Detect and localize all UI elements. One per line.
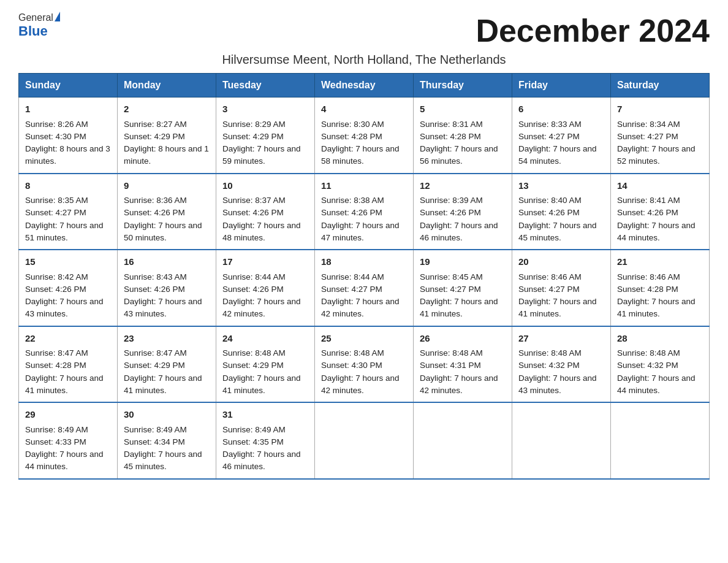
sunrise-text: Sunrise: 8:46 AM [617, 272, 680, 282]
daylight-text: Daylight: 7 hours and 45 minutes. [124, 450, 202, 471]
calendar-cell: 8Sunrise: 8:35 AMSunset: 4:27 PMDaylight… [19, 174, 118, 250]
daylight-text: Daylight: 7 hours and 47 minutes. [321, 221, 400, 242]
month-title: December 2024 [476, 12, 710, 49]
sunset-text: Sunset: 4:26 PM [124, 208, 185, 217]
sunset-text: Sunset: 4:26 PM [124, 285, 185, 294]
calendar-cell: 28Sunrise: 8:48 AMSunset: 4:32 PMDayligh… [611, 326, 710, 403]
sunset-text: Sunset: 4:31 PM [420, 361, 481, 370]
daylight-text: Daylight: 7 hours and 54 minutes. [518, 144, 597, 166]
day-number: 30 [124, 408, 210, 422]
day-number: 26 [420, 332, 506, 346]
daylight-text: Daylight: 7 hours and 48 minutes. [222, 221, 301, 242]
calendar-cell: 22Sunrise: 8:47 AMSunset: 4:28 PMDayligh… [19, 326, 118, 403]
sunset-text: Sunset: 4:29 PM [222, 361, 284, 370]
daylight-text: Daylight: 7 hours and 41 minutes. [124, 373, 202, 395]
calendar-cell: 5Sunrise: 8:31 AMSunset: 4:28 PMDaylight… [414, 98, 512, 174]
logo: General Blue [18, 12, 60, 39]
calendar-cell: 4Sunrise: 8:30 AMSunset: 4:28 PMDaylight… [315, 98, 414, 174]
daylight-text: Daylight: 7 hours and 45 minutes. [518, 221, 597, 242]
sunset-text: Sunset: 4:35 PM [222, 437, 284, 446]
sunset-text: Sunset: 4:26 PM [222, 208, 284, 217]
daylight-text: Daylight: 7 hours and 46 minutes. [222, 450, 301, 471]
calendar-header-row: Sunday Monday Tuesday Wednesday Thursday… [19, 74, 710, 98]
calendar-cell: 14Sunrise: 8:41 AMSunset: 4:26 PMDayligh… [611, 174, 710, 250]
daylight-text: Daylight: 7 hours and 44 minutes. [617, 221, 696, 242]
sunrise-text: Sunrise: 8:42 AM [25, 272, 88, 282]
sunset-text: Sunset: 4:26 PM [617, 208, 678, 217]
calendar-week-row: 8Sunrise: 8:35 AMSunset: 4:27 PMDaylight… [19, 174, 710, 250]
daylight-text: Daylight: 7 hours and 41 minutes. [25, 373, 104, 395]
calendar-week-row: 1Sunrise: 8:26 AMSunset: 4:30 PMDaylight… [19, 98, 710, 174]
col-tuesday: Tuesday [216, 74, 315, 98]
sunset-text: Sunset: 4:27 PM [420, 285, 481, 294]
sunrise-text: Sunrise: 8:48 AM [617, 348, 680, 358]
day-number: 17 [222, 255, 308, 269]
sunset-text: Sunset: 4:29 PM [222, 132, 284, 141]
sunrise-text: Sunrise: 8:38 AM [321, 196, 384, 205]
daylight-text: Daylight: 7 hours and 41 minutes. [420, 297, 498, 318]
sunset-text: Sunset: 4:26 PM [25, 285, 86, 294]
day-number: 25 [321, 332, 407, 346]
calendar-cell: 25Sunrise: 8:48 AMSunset: 4:30 PMDayligh… [315, 326, 414, 403]
day-number: 11 [321, 179, 407, 193]
sunrise-text: Sunrise: 8:48 AM [420, 348, 483, 358]
sunset-text: Sunset: 4:27 PM [321, 285, 382, 294]
sunset-text: Sunset: 4:27 PM [518, 285, 580, 294]
col-friday: Friday [512, 74, 611, 98]
sunset-text: Sunset: 4:28 PM [321, 132, 382, 141]
day-number: 3 [222, 102, 308, 117]
sunrise-text: Sunrise: 8:26 AM [25, 120, 88, 129]
day-number: 6 [518, 102, 604, 117]
calendar-cell: 26Sunrise: 8:48 AMSunset: 4:31 PMDayligh… [414, 326, 512, 403]
calendar-week-row: 22Sunrise: 8:47 AMSunset: 4:28 PMDayligh… [19, 326, 710, 403]
sunrise-text: Sunrise: 8:40 AM [518, 196, 582, 205]
calendar-cell: 18Sunrise: 8:44 AMSunset: 4:27 PMDayligh… [315, 250, 414, 326]
sunrise-text: Sunrise: 8:41 AM [617, 196, 680, 205]
sunset-text: Sunset: 4:33 PM [25, 437, 86, 446]
day-number: 29 [25, 408, 111, 422]
sunrise-text: Sunrise: 8:47 AM [25, 348, 88, 358]
calendar-cell: 6Sunrise: 8:33 AMSunset: 4:27 PMDaylight… [512, 98, 611, 174]
day-number: 10 [222, 179, 308, 193]
calendar-cell: 3Sunrise: 8:29 AMSunset: 4:29 PMDaylight… [216, 98, 315, 174]
day-number: 28 [617, 332, 703, 346]
calendar-cell [414, 402, 512, 479]
calendar-cell: 27Sunrise: 8:48 AMSunset: 4:32 PMDayligh… [512, 326, 611, 403]
daylight-text: Daylight: 7 hours and 42 minutes. [420, 373, 498, 395]
calendar-cell: 2Sunrise: 8:27 AMSunset: 4:29 PMDaylight… [118, 98, 216, 174]
calendar-cell: 11Sunrise: 8:38 AMSunset: 4:26 PMDayligh… [315, 174, 414, 250]
calendar-cell: 16Sunrise: 8:43 AMSunset: 4:26 PMDayligh… [118, 250, 216, 326]
daylight-text: Daylight: 7 hours and 42 minutes. [321, 373, 400, 395]
logo-blue-line: Blue [18, 23, 48, 39]
day-number: 15 [25, 255, 111, 269]
calendar-table: Sunday Monday Tuesday Wednesday Thursday… [18, 73, 710, 480]
sunset-text: Sunset: 4:34 PM [124, 437, 185, 446]
calendar-cell [512, 402, 611, 479]
sunrise-text: Sunrise: 8:44 AM [321, 272, 384, 282]
calendar-cell: 9Sunrise: 8:36 AMSunset: 4:26 PMDaylight… [118, 174, 216, 250]
calendar-cell: 21Sunrise: 8:46 AMSunset: 4:28 PMDayligh… [611, 250, 710, 326]
sunrise-text: Sunrise: 8:49 AM [124, 425, 187, 434]
daylight-text: Daylight: 8 hours and 1 minute. [124, 144, 209, 166]
sunrise-text: Sunrise: 8:48 AM [518, 348, 582, 358]
sunrise-text: Sunrise: 8:47 AM [124, 348, 187, 358]
page-header: General Blue December 2024 [18, 12, 710, 49]
daylight-text: Daylight: 7 hours and 58 minutes. [321, 144, 400, 166]
daylight-text: Daylight: 7 hours and 44 minutes. [25, 450, 104, 471]
calendar-cell: 1Sunrise: 8:26 AMSunset: 4:30 PMDaylight… [19, 98, 118, 174]
sunrise-text: Sunrise: 8:29 AM [222, 120, 286, 129]
daylight-text: Daylight: 7 hours and 44 minutes. [617, 373, 696, 395]
daylight-text: Daylight: 8 hours and 3 minutes. [25, 144, 110, 166]
calendar-cell: 29Sunrise: 8:49 AMSunset: 4:33 PMDayligh… [19, 402, 118, 479]
calendar-cell [611, 402, 710, 479]
day-number: 24 [222, 332, 308, 346]
sunset-text: Sunset: 4:30 PM [321, 361, 382, 370]
sunrise-text: Sunrise: 8:36 AM [124, 196, 187, 205]
day-number: 18 [321, 255, 407, 269]
sunrise-text: Sunrise: 8:33 AM [518, 120, 582, 129]
daylight-text: Daylight: 7 hours and 41 minutes. [617, 297, 696, 318]
page-subtitle: Hilversumse Meent, North Holland, The Ne… [18, 53, 710, 67]
col-sunday: Sunday [19, 74, 118, 98]
calendar-cell: 7Sunrise: 8:34 AMSunset: 4:27 PMDaylight… [611, 98, 710, 174]
daylight-text: Daylight: 7 hours and 50 minutes. [124, 221, 202, 242]
